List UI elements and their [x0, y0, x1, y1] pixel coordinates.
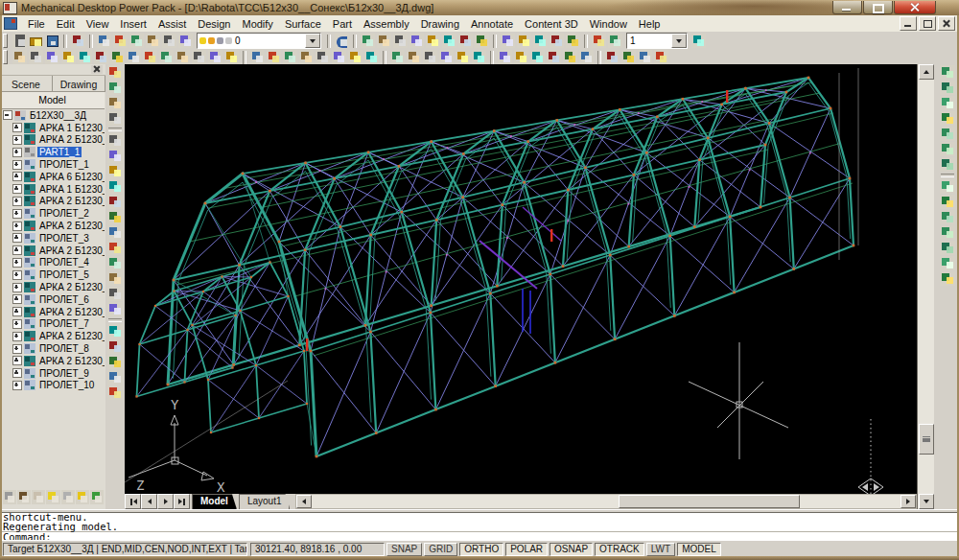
globe-icon[interactable]: [90, 490, 104, 504]
expand-plus-icon[interactable]: [12, 344, 22, 354]
toolbar-icon[interactable]: [638, 50, 652, 64]
menu-item-help[interactable]: Help: [633, 17, 667, 31]
minimize-button[interactable]: [832, 1, 862, 14]
tree-item-label[interactable]: АРКА 2 Б1230_6: [37, 282, 105, 292]
menu-item-part[interactable]: Part: [327, 17, 358, 31]
tree-item-label[interactable]: АРКА 2 Б1230_3: [37, 221, 105, 231]
expand-plus-icon[interactable]: [12, 172, 22, 181]
tree-item[interactable]: ПРОЛЕТ_9: [0, 367, 105, 380]
toolbar-icon[interactable]: [107, 241, 123, 255]
tree-item-label[interactable]: АРКА 2 Б1230_9: [37, 356, 105, 366]
status-toggle-ortho[interactable]: ORTHO: [459, 543, 503, 556]
tree-item-label[interactable]: АРКА 2 Б1230_8: [37, 331, 105, 341]
expand-plus-icon[interactable]: [12, 258, 22, 268]
toolbar-icon[interactable]: [579, 50, 594, 64]
toolbar-icon[interactable]: [94, 50, 108, 64]
tree-item-label[interactable]: АРКА 2 Б1230_2: [37, 196, 105, 206]
toolbar-icon[interactable]: [940, 179, 955, 194]
toolbar-icon[interactable]: [107, 195, 123, 209]
tree-item-label[interactable]: ПРОЛЕТ_2: [37, 208, 91, 219]
open-file-button[interactable]: [29, 34, 43, 48]
toolbar-icon[interactable]: [175, 50, 190, 64]
toolbar-icon[interactable]: [107, 324, 123, 338]
menu-item-view[interactable]: View: [81, 17, 115, 31]
tree-item[interactable]: АРКА 2 Б1230_6: [0, 281, 105, 293]
toolbar-icon[interactable]: [146, 34, 160, 48]
toolbar-icon[interactable]: [423, 50, 437, 64]
toolbar-icon[interactable]: [458, 34, 473, 48]
toolbar-icon[interactable]: [563, 50, 577, 64]
toolbar-icon[interactable]: [107, 225, 123, 240]
toolbar-icon[interactable]: [316, 50, 330, 64]
pencil-icon[interactable]: [3, 490, 16, 504]
toolbar-icon[interactable]: [940, 96, 955, 110]
status-toggle-osnap[interactable]: OSNAP: [550, 543, 593, 556]
viewport-canvas[interactable]: Y X Z: [125, 64, 917, 494]
tree-item-label[interactable]: ПРОЛЕТ_4: [37, 257, 91, 268]
tree-item[interactable]: АРКА 2 Б1230_9: [0, 355, 105, 367]
toolbar-icon[interactable]: [514, 50, 528, 64]
tree-item-label[interactable]: ПРОЛЕТ_9: [37, 368, 91, 379]
status-toggle-otrack[interactable]: OTRACK: [595, 543, 644, 556]
toolbar-icon[interactable]: [61, 50, 76, 64]
h-scroll-right-button[interactable]: [901, 495, 916, 508]
toolbar-icon[interactable]: [178, 34, 193, 48]
toolbar-icon[interactable]: [107, 65, 123, 80]
status-toggle-polar[interactable]: POLAR: [505, 543, 548, 556]
clipboard-icon[interactable]: [32, 490, 45, 504]
toolbar-icon[interactable]: [409, 34, 424, 48]
save-button[interactable]: [45, 34, 59, 48]
horizontal-scrollbar[interactable]: [295, 494, 917, 509]
v-scroll-up-button[interactable]: [919, 64, 934, 80]
toolbar-icon[interactable]: [113, 34, 128, 48]
tree-item-label[interactable]: ПРОЛЕТ_6: [37, 294, 91, 305]
browser-close-button[interactable]: [91, 65, 103, 74]
toolbar-icon[interactable]: [127, 50, 141, 64]
toolbar-icon[interactable]: [472, 50, 486, 64]
toolbar-icon[interactable]: [940, 225, 955, 240]
v-scroll-down-button[interactable]: [919, 494, 934, 509]
toolbar-icon[interactable]: [364, 50, 379, 64]
expand-plus-icon[interactable]: [12, 283, 22, 292]
tree-item[interactable]: ПРОЛЕТ_5: [0, 268, 105, 281]
expand-plus-icon[interactable]: [12, 222, 22, 231]
tree-item-label[interactable]: АРКА 2 Б1230_7: [37, 307, 105, 317]
scene-svg[interactable]: Y X Z: [125, 64, 917, 494]
toolbar-icon[interactable]: [550, 34, 564, 48]
document-icon[interactable]: [4, 17, 17, 30]
toolbar-icon[interactable]: [390, 50, 405, 64]
tab-drawing[interactable]: Drawing: [53, 76, 105, 92]
expand-plus-icon[interactable]: [12, 209, 22, 219]
toolbar-icon[interactable]: [107, 111, 123, 126]
toolbar-icon[interactable]: [107, 210, 123, 224]
h-scroll-thumb[interactable]: [619, 495, 800, 508]
expand-plus-icon[interactable]: [12, 123, 22, 132]
toolbar-icon[interactable]: [456, 50, 470, 64]
expand-plus-icon[interactable]: [12, 184, 22, 194]
toolbar-icon[interactable]: [940, 157, 955, 172]
tree-item[interactable]: АРКА 2 Б1230_7: [0, 306, 105, 318]
tree-item[interactable]: ПРОЛЕТ_3: [0, 232, 105, 245]
toolbar-icon[interactable]: [940, 127, 955, 141]
toolbar-icon[interactable]: [110, 50, 125, 64]
mdi-minimize-button[interactable]: [900, 16, 917, 31]
collapse-minus-icon[interactable]: [3, 110, 12, 120]
toolbar-icon[interactable]: [267, 50, 281, 64]
toolbar-icon[interactable]: [107, 164, 123, 178]
menu-item-surface[interactable]: Surface: [279, 17, 327, 31]
toolbar-icon[interactable]: [940, 65, 955, 80]
tree-item[interactable]: АРКА 6 Б1230_1: [0, 171, 105, 183]
toolbar-icon[interactable]: [940, 271, 955, 286]
toolbar-icon[interactable]: [592, 34, 606, 48]
tree-item[interactable]: ПРОЛЕТ_1: [0, 158, 105, 171]
tree-item-label[interactable]: PART1_1: [37, 147, 82, 157]
tree-item-label[interactable]: АРКА 1 Б1230_1: [37, 123, 105, 133]
toolbar-icon[interactable]: [517, 34, 531, 48]
tree-item[interactable]: АРКА 2 Б1230_8: [0, 330, 105, 342]
toolbar-icon[interactable]: [159, 50, 174, 64]
menu-item-content-3d[interactable]: Content 3D: [519, 17, 584, 31]
menu-item-edit[interactable]: Edit: [51, 17, 81, 31]
tree-item[interactable]: АРКА 2 Б1230_3: [0, 220, 105, 232]
tree-item[interactable]: PART1_1: [0, 146, 105, 158]
tree-item-label[interactable]: Б12Х30__3Д: [28, 110, 88, 121]
